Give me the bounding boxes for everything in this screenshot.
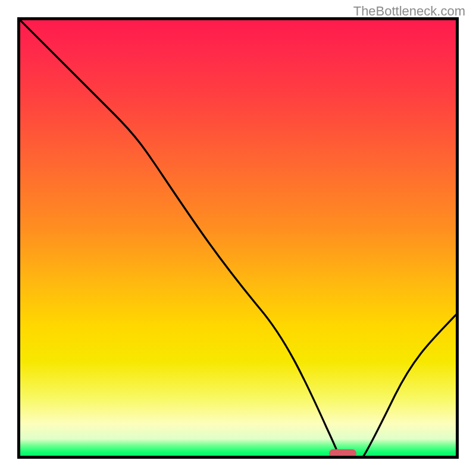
- optimal-range-marker: [329, 449, 356, 458]
- watermark-text: TheBottleneck.com: [353, 4, 465, 19]
- curve-path: [17, 17, 459, 458]
- bottleneck-curve: [17, 17, 459, 459]
- chart-container: TheBottleneck.com: [0, 0, 476, 476]
